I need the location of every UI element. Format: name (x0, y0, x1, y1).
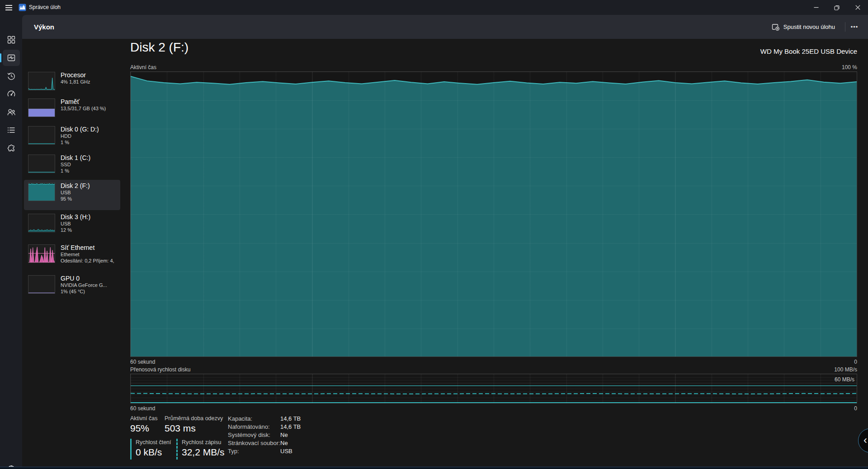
item-sub: 95 % (61, 196, 120, 202)
detail-label: Naformátováno: (228, 423, 270, 430)
item-title: Disk 2 (F:) (61, 182, 120, 190)
device-name: WD My Book 25ED USB Device (760, 47, 857, 55)
chart1-xleft: 60 sekund (130, 359, 155, 365)
edge-collapse-button[interactable]: ‹ (858, 428, 868, 453)
sidebar-item-gpu[interactable]: GPU 0 NVIDIA GeForce G... 1% (45 °C) (24, 274, 120, 302)
disk-title: Disk 2 (F:) (130, 40, 189, 55)
sidebar-item-ethernet[interactable]: Síť Ethernet Ethernet Odesílání: 0,2 Pří… (24, 244, 120, 272)
nav-services[interactable] (3, 140, 20, 156)
chart2-label: Přenosová rychlost disku (130, 366, 190, 373)
performance-icon (7, 53, 16, 62)
item-sub: 1 % (61, 168, 120, 174)
window-title: Správce úloh (29, 4, 61, 10)
content-area: Výkon Spustit novou úlohu ••• Procesor 4… (22, 15, 868, 469)
ethernet-mini-chart (28, 244, 55, 263)
restore-button[interactable] (826, 0, 847, 15)
chart2-xright: 0 (854, 405, 857, 412)
item-title: Síť Ethernet (61, 244, 120, 252)
sidebar-item-disk1[interactable]: Disk 1 (C:) SSD 1 % (24, 154, 120, 182)
chart2-marker-label: 60 MB/s (835, 376, 854, 383)
transfer-rate-chart: 60 MB/s (130, 374, 857, 403)
header-divider (845, 22, 845, 32)
chart1-ymax: 100 % (842, 64, 857, 70)
disk0-mini-chart (28, 126, 55, 145)
sidebar-item-disk3[interactable]: Disk 3 (H:) USB 12 % (24, 213, 120, 241)
item-title: Disk 1 (C:) (61, 154, 120, 162)
item-title: Paměť (61, 98, 120, 106)
active-time-area (131, 72, 857, 356)
read-speed-value: 0 kB/s (136, 447, 179, 458)
details-list-icon (7, 126, 16, 135)
detail-label: Kapacita: (228, 415, 252, 422)
detail-value: Ne (280, 440, 288, 446)
detail-value: 14,6 TB (280, 415, 301, 422)
item-sub: 1 % (61, 140, 120, 146)
task-manager-app-icon (19, 4, 26, 11)
detail-label: Systémový disk: (228, 431, 270, 438)
item-sub: Odesílání: 0,2 Příjem: 4, (61, 258, 120, 264)
memory-mini-chart (28, 98, 55, 117)
nav-startup-apps[interactable] (3, 86, 20, 102)
item-sub: 1% (45 °C) (61, 289, 120, 295)
gauge-icon (7, 89, 16, 98)
sidebar-item-disk0[interactable]: Disk 0 (G: D:) HDD 1 % (24, 125, 120, 153)
item-sub: USB (61, 190, 120, 196)
close-button[interactable] (847, 0, 868, 15)
active-time-stat-label: Aktivní čas (130, 415, 157, 422)
nav-selected-accent (0, 53, 1, 62)
sidebar-item-memory[interactable]: Paměť 13,5/31,7 GB (43 %) (24, 98, 120, 125)
read-speed-stat: Rychlost čtení 0 kB/s (130, 439, 179, 460)
chart1-label: Aktivní čas (130, 64, 156, 70)
run-new-task-button[interactable]: Spustit novou úlohu (767, 20, 840, 34)
hamburger-menu-icon[interactable] (5, 3, 16, 13)
item-title: Procesor (61, 71, 120, 79)
navigation-rail (0, 15, 22, 469)
page-header: Výkon Spustit novou úlohu ••• (22, 15, 868, 39)
item-sub: 13,5/31,7 GB (43 %) (61, 106, 120, 112)
write-speed-label: Rychlost zápisu (182, 439, 225, 446)
detail-value: 14,6 TB (280, 423, 301, 430)
detail-label: Stránkovací soubor: (228, 440, 280, 446)
run-new-task-label: Spustit novou úlohu (783, 23, 835, 30)
nav-performance[interactable] (3, 50, 20, 66)
item-sub: SSD (61, 162, 120, 168)
cpu-mini-chart (28, 72, 55, 90)
new-task-icon (772, 23, 779, 31)
disk2-mini-chart (28, 183, 55, 201)
item-sub: USB (61, 221, 120, 227)
more-options-button[interactable]: ••• (847, 20, 862, 34)
services-puzzle-icon (7, 144, 16, 153)
title-bar: Správce úloh (0, 0, 868, 15)
disk1-mini-chart (28, 155, 55, 173)
window-controls (806, 0, 868, 15)
gpu-mini-chart (28, 275, 55, 294)
taskbar-edge (0, 467, 868, 469)
chevron-left-icon: ‹ (863, 434, 867, 446)
item-title: Disk 3 (H:) (61, 213, 120, 221)
page-title: Výkon (34, 23, 54, 31)
sidebar-item-disk2-selected[interactable]: Disk 2 (F:) USB 95 % (24, 180, 120, 210)
active-time-chart (130, 71, 857, 357)
disk3-mini-chart (28, 214, 55, 232)
item-sub: 4% 1,81 GHz (61, 79, 120, 85)
response-time-stat-value: 503 ms (165, 423, 196, 434)
nav-processes[interactable] (3, 32, 20, 48)
nav-users[interactable] (3, 104, 20, 120)
item-sub: HDD (61, 133, 120, 140)
minimize-button[interactable] (806, 0, 826, 15)
transfer-rate-lines (131, 374, 857, 403)
item-title: Disk 0 (G: D:) (61, 126, 120, 133)
performance-list: Procesor 4% 1,81 GHz Paměť 13,5/31,7 GB … (22, 39, 122, 469)
item-title: GPU 0 (61, 275, 120, 282)
detail-label: Typ: (228, 448, 239, 455)
nav-details[interactable] (3, 122, 20, 138)
users-icon (7, 108, 16, 117)
sidebar-item-cpu[interactable]: Procesor 4% 1,81 GHz (24, 71, 120, 98)
history-clock-icon (7, 72, 16, 81)
chart2-ymax: 100 MB/s (834, 366, 857, 373)
nav-app-history[interactable] (3, 68, 20, 84)
item-sub: 12 % (61, 227, 120, 234)
write-speed-value: 32,2 MB/s (182, 447, 225, 458)
active-time-stat-value: 95% (130, 423, 149, 434)
response-time-stat-label: Průměrná doba odezvy (165, 415, 223, 422)
